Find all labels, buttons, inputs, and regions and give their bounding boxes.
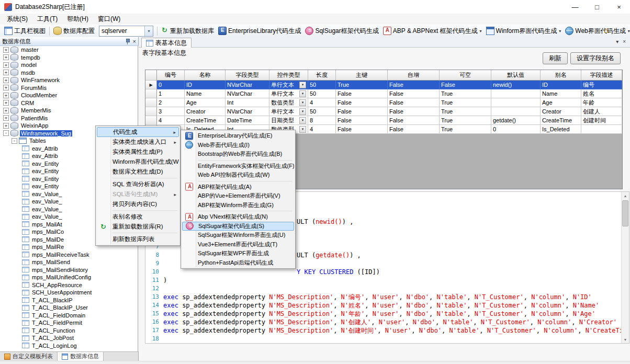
expand-icon[interactable]: +: [3, 93, 9, 98]
menubar-item-window[interactable]: 窗口(W): [93, 14, 125, 25]
grid-cell-default[interactable]: [491, 98, 541, 107]
dropdown-arrow-icon[interactable]: ▾: [559, 29, 561, 33]
tree-node-T_ACL_JobPost[interactable]: T_ACL_JobPost: [0, 334, 138, 342]
grid-cell-alias[interactable]: CreateTime: [541, 116, 581, 125]
toolbar-button-reload-db[interactable]: 重新加载数据库: [159, 26, 216, 37]
expand-icon[interactable]: +: [3, 47, 9, 53]
menubar-item-help[interactable]: 帮助(H): [62, 14, 93, 25]
scrollbar-thumb[interactable]: [622, 200, 628, 226]
grid-cell-field-type[interactable]: NVarChar: [226, 107, 269, 116]
grid-cell-nullable[interactable]: True: [440, 107, 491, 116]
grid-cell-length[interactable]: 50: [308, 107, 336, 116]
grid-column-header-name[interactable]: 名称: [185, 70, 226, 81]
collapse-icon[interactable]: -: [3, 130, 9, 136]
close-button[interactable]: ×: [608, 0, 630, 14]
cell-dropdown-icon[interactable]: ▾: [299, 90, 306, 97]
tree-node-SCH_UserAppointment[interactable]: SCH_UserAppointment: [0, 289, 138, 297]
tree-node-SCH_AppResource[interactable]: SCH_AppResource: [0, 281, 138, 289]
expand-icon[interactable]: +: [3, 100, 9, 106]
submenu-item-vue3-element[interactable]: Vue3+Element界面代码生成(T): [182, 240, 294, 249]
tree-node-mps_MailReceiveTask[interactable]: mps_MailReceiveTask: [0, 251, 138, 259]
expand-icon[interactable]: +: [3, 85, 9, 90]
grid-cell-length[interactable]: 50: [308, 81, 336, 89]
grid-cell-identity[interactable]: False: [388, 116, 440, 125]
grid-cell-name[interactable]: CreateTime: [185, 116, 226, 125]
toolbar-button-winform-codegen[interactable]: Winform界面代码生成▾: [484, 26, 564, 37]
grid-cell-field-type[interactable]: DateTime: [226, 116, 269, 125]
grid-cell-nullable[interactable]: True: [440, 116, 491, 125]
expand-icon[interactable]: +: [3, 62, 9, 68]
context-menu-item-sql-analyzer[interactable]: SQL 查询分析器(A): [97, 179, 179, 189]
grid-column-header-field-type[interactable]: 字段类型: [226, 70, 269, 81]
grid-cell-primary-key[interactable]: False: [336, 116, 388, 125]
grid-column-header-default[interactable]: 默认值: [491, 70, 541, 81]
grid-cell-name[interactable]: Age: [185, 98, 226, 107]
grid-column-header-identity[interactable]: 自增: [388, 70, 440, 81]
grid-cell-length[interactable]: 4: [308, 98, 336, 107]
tab-list-dropdown-icon[interactable]: ▾: [616, 39, 618, 45]
tree-node-T_ACL_BlackIP[interactable]: T_ACL_BlackIP: [0, 297, 138, 304]
expand-icon[interactable]: +: [3, 123, 9, 129]
grid-cell-identity[interactable]: False: [388, 125, 440, 134]
row-selector-cell[interactable]: ▶: [145, 81, 157, 89]
bottom-tab-custom-template-list[interactable]: 自定义模板列表: [0, 352, 58, 361]
tab-table-basic-info[interactable]: 表基本信息: [141, 38, 192, 48]
grid-cell-name[interactable]: ID: [185, 81, 226, 89]
grid-cell-nullable[interactable]: False: [440, 81, 491, 89]
grid-column-header-primary-key[interactable]: 主键: [336, 70, 388, 81]
context-menu-item-code-generation[interactable]: 代码生成▸: [97, 127, 179, 137]
dropdown-arrow-icon[interactable]: ▾: [628, 29, 630, 33]
toolbar-button-enterpriselibrary-codegen[interactable]: EnterpriseLibrary代码生成: [216, 26, 303, 37]
context-menu-item-entity-quick-entry[interactable]: 实体类生成快速入口▸: [97, 137, 179, 147]
grid-cell-primary-key[interactable]: False: [336, 107, 388, 116]
minimize-button[interactable]: —: [564, 0, 586, 14]
grid-column-header-control-type[interactable]: 控件类型: [269, 70, 308, 81]
grid-cell-default[interactable]: newid(): [491, 81, 541, 89]
grid-cell-default[interactable]: getdate(): [491, 116, 541, 125]
grid-column-header-nullable[interactable]: 可空: [440, 70, 491, 81]
submenu-item-python-fastapi[interactable]: Python+FastApi后端代码生成: [182, 258, 294, 268]
expand-icon[interactable]: +: [3, 77, 9, 83]
grid-column-header-no[interactable]: 编号: [157, 70, 185, 81]
grid-cell-no[interactable]: 0: [157, 81, 185, 89]
grid-cell-identity[interactable]: False: [388, 89, 440, 98]
tree-node-tempdb[interactable]: +tempdb: [0, 54, 138, 62]
grid-cell-control-type[interactable]: 日期类型▾: [269, 116, 308, 125]
dropdown-arrow-icon[interactable]: ▾: [480, 29, 482, 33]
expand-icon[interactable]: +: [3, 115, 9, 121]
grid-cell-default[interactable]: [491, 107, 541, 116]
submenu-item-web-ui[interactable]: Web界面代码生成(I): [182, 141, 294, 150]
context-menu-item-winform-ui-codegen[interactable]: Winform界面代码生成(W): [97, 157, 179, 167]
context-menu-item-db-document[interactable]: 数据库文档生成(D): [97, 167, 179, 177]
submenu-item-abp-framework[interactable]: ABP框架代码生成(A): [182, 183, 294, 192]
submenu-item-sqlsugar-wpf[interactable]: SqlSugar框架WPF界面生成: [182, 249, 294, 258]
grid-cell-alias[interactable]: Creator: [541, 107, 581, 116]
row-selector-cell[interactable]: [145, 98, 157, 107]
grid-cell-description[interactable]: 编号: [581, 81, 622, 89]
tree-node-PatientMis[interactable]: +PatientMis: [0, 115, 138, 122]
expand-icon[interactable]: +: [3, 54, 9, 60]
tree-node-msdb[interactable]: +msdb: [0, 69, 138, 77]
grid-row[interactable]: ▶0IDNVarChar单行文本▾50TrueFalseFalsenewid()…: [145, 81, 622, 89]
submenu-item-sqlsugar-winform[interactable]: SqlSugar框架Winform界面生成(U): [182, 231, 294, 240]
cell-dropdown-icon[interactable]: ▾: [299, 99, 306, 106]
grid-cell-alias[interactable]: ID: [541, 81, 581, 89]
db-type-combo[interactable]: sqlserver▾: [99, 26, 153, 37]
grid-cell-primary-key[interactable]: True: [336, 81, 388, 89]
toolbar-button-db-config[interactable]: 数据库配置: [51, 26, 97, 37]
tab-close-icon[interactable]: ×: [623, 39, 626, 45]
tree-node-T_ACL_FieldDomain[interactable]: T_ACL_FieldDomain: [0, 312, 138, 320]
cell-dropdown-icon[interactable]: ▾: [299, 108, 306, 115]
grid-cell-description[interactable]: 姓名: [581, 89, 622, 98]
cell-dropdown-icon[interactable]: ▾: [299, 82, 306, 88]
cell-dropdown-icon[interactable]: ▾: [299, 117, 306, 124]
submenu-item-webapi-controller[interactable]: Web API控制器代码生成(W): [182, 170, 294, 180]
tree-node-mps_MailSendHistory[interactable]: mps_MailSendHistory: [0, 266, 138, 274]
grid-cell-identity[interactable]: False: [388, 81, 440, 89]
context-menu-item-copy-list[interactable]: 拷贝列表内容(C): [97, 199, 179, 209]
grid-cell-control-type[interactable]: 单行文本▾: [269, 107, 308, 116]
grid-cell-control-type[interactable]: 单行文本▾: [269, 81, 308, 89]
combo-dropdown-icon[interactable]: ▾: [144, 26, 153, 36]
grid-cell-no[interactable]: 2: [157, 98, 185, 107]
submenu-item-bootstrap-web-ui[interactable]: Bootstrap的Web界面代码生成(B): [182, 150, 294, 159]
